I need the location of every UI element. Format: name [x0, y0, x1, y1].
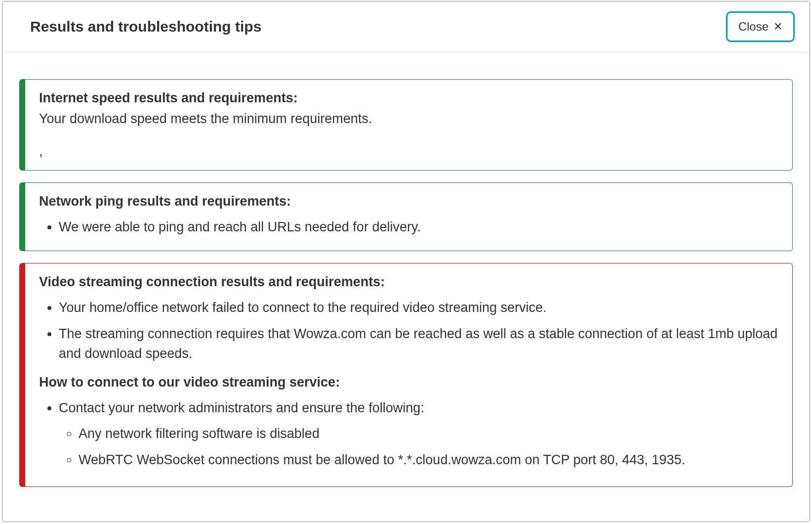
list-item: WebRTC WebSocket connections must be all… [79, 447, 780, 473]
panel-video-issues: Your home/office network failed to conne… [59, 295, 780, 367]
list-item-text: Contact your network administrators and … [59, 400, 424, 415]
close-icon: ✕ [773, 21, 782, 32]
panel-speed-stray: , [39, 144, 780, 159]
results-modal: Results and troubleshooting tips Close ✕… [2, 1, 810, 522]
panel-ping: Network ping results and requirements: W… [19, 182, 793, 252]
modal-header: Results and troubleshooting tips Close ✕ [2, 1, 810, 52]
list-item: Contact your network administrators and … [59, 395, 780, 476]
panel-ping-heading: Network ping results and requirements: [39, 194, 291, 209]
panel-video-fix-sublist: Any network filtering software is disabl… [79, 421, 780, 473]
modal-body: Internet speed results and requirements:… [2, 52, 810, 519]
list-item: The streaming connection requires that W… [59, 321, 780, 367]
close-button[interactable]: Close ✕ [726, 11, 795, 42]
panel-ping-list: We were able to ping and reach all URLs … [59, 214, 780, 240]
list-item: Your home/office network failed to conne… [59, 295, 780, 321]
panel-speed-heading: Internet speed results and requirements: [39, 90, 298, 105]
close-label: Close [738, 20, 769, 34]
panel-speed-body: Your download speed meets the minimum re… [39, 109, 780, 129]
panel-video-fix-list: Contact your network administrators and … [59, 395, 780, 476]
list-item: We were able to ping and reach all URLs … [59, 214, 780, 240]
panel-video-fix-heading: How to connect to our video streaming se… [39, 375, 780, 390]
modal-title: Results and troubleshooting tips [30, 18, 261, 35]
panel-speed: Internet speed results and requirements:… [19, 79, 793, 171]
panel-video-heading: Video streaming connection results and r… [39, 274, 385, 289]
list-item: Any network filtering software is disabl… [79, 421, 780, 447]
panel-video: Video streaming connection results and r… [19, 263, 793, 487]
